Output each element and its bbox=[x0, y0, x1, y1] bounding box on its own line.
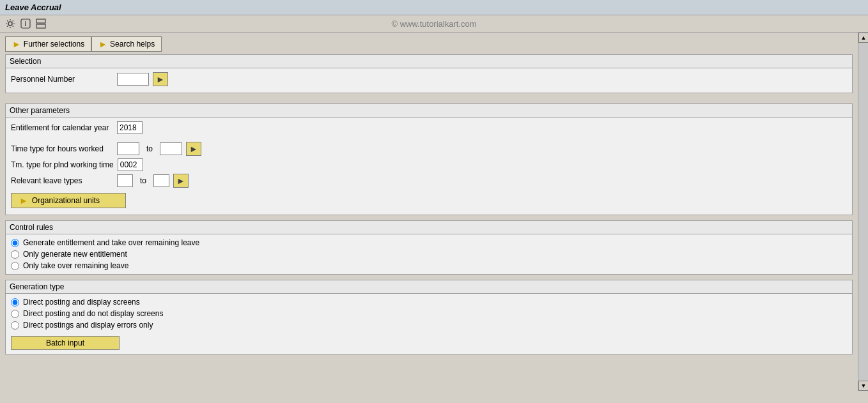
svg-text:i: i bbox=[25, 20, 27, 27]
time-type-hours-row: Time type for hours worked to ► bbox=[11, 142, 847, 156]
tab-bar: ► Further selections ► Search helps bbox=[5, 36, 853, 52]
personnel-number-label: Personnel Number bbox=[11, 75, 113, 84]
org-units-button[interactable]: ► Organizational units bbox=[11, 193, 126, 208]
control-rule-label-2: Only take over remaining leave bbox=[23, 261, 128, 270]
time-type-hours-from-input[interactable] bbox=[117, 142, 139, 155]
gen-type-option-0[interactable]: Direct posting and display screens bbox=[11, 298, 847, 307]
svg-rect-3 bbox=[36, 19, 45, 23]
control-rule-radio-0[interactable] bbox=[11, 239, 19, 247]
watermark: © www.tutorialkart.com bbox=[391, 19, 476, 29]
calendar-year-label: Entitlement for calendar year bbox=[11, 123, 113, 132]
title-bar: Leave Accrual bbox=[0, 0, 868, 15]
time-type-hours-select-btn[interactable]: ► bbox=[186, 142, 201, 156]
other-params-section: Other parameters Entitlement for calenda… bbox=[5, 103, 853, 215]
control-rule-radio-1[interactable] bbox=[11, 250, 19, 259]
other-params-body: Entitlement for calendar year Time type … bbox=[6, 118, 852, 215]
org-units-label: Organizational units bbox=[32, 196, 100, 205]
relevant-leave-to-label: to bbox=[137, 176, 150, 185]
selection-section-body: Personnel Number ► bbox=[6, 68, 852, 93]
personnel-number-input[interactable] bbox=[117, 73, 149, 86]
calendar-year-row: Entitlement for calendar year bbox=[11, 121, 847, 134]
scroll-down-btn[interactable]: ▼ bbox=[858, 381, 868, 391]
tab-label-further-selections: Further selections bbox=[24, 40, 84, 49]
generation-type-body: Direct posting and display screens Direc… bbox=[6, 294, 852, 354]
tab-arrow-icon-2: ► bbox=[98, 39, 107, 49]
generation-type-section: Generation type Direct posting and displ… bbox=[5, 280, 853, 354]
gen-type-label-1: Direct posting and do not display screen… bbox=[23, 309, 163, 318]
other-params-title: Other parameters bbox=[6, 104, 852, 118]
control-rule-label-0: Generate entitlement and take over remai… bbox=[23, 238, 199, 247]
personnel-number-select-btn[interactable]: ► bbox=[153, 72, 168, 86]
gen-type-label-0: Direct posting and display screens bbox=[23, 298, 140, 307]
time-type-hours-to-label: to bbox=[143, 144, 156, 153]
scroll-track[interactable] bbox=[858, 43, 868, 381]
calendar-year-input[interactable] bbox=[117, 121, 143, 134]
time-type-hours-label: Time type for hours worked bbox=[11, 144, 113, 153]
relevant-leave-select-btn[interactable]: ► bbox=[173, 174, 189, 188]
control-rule-option-0[interactable]: Generate entitlement and take over remai… bbox=[11, 238, 847, 247]
svg-rect-4 bbox=[36, 24, 45, 28]
scrollbar: ▲ ▼ bbox=[858, 33, 868, 391]
gen-type-radio-2[interactable] bbox=[11, 321, 19, 330]
control-rule-option-1[interactable]: Only generate new entitlement bbox=[11, 250, 847, 259]
personnel-number-row: Personnel Number ► bbox=[11, 72, 847, 86]
page-title: Leave Accrual bbox=[5, 3, 61, 12]
org-units-arrow-icon: ► bbox=[19, 195, 28, 206]
toolbar: i © www.tutorialkart.com bbox=[0, 15, 868, 33]
tab-further-selections[interactable]: ► Further selections bbox=[5, 36, 91, 52]
selection-section: Selection Personnel Number ► bbox=[5, 54, 853, 93]
relevant-leave-label: Relevant leave types bbox=[11, 176, 113, 185]
settings-icon[interactable] bbox=[4, 17, 17, 30]
generation-type-title: Generation type bbox=[6, 280, 852, 294]
gen-type-radio-0[interactable] bbox=[11, 298, 19, 307]
tab-arrow-icon: ► bbox=[12, 39, 21, 49]
tab-label-search-helps: Search helps bbox=[110, 40, 155, 49]
tm-type-plnd-label: Tm. type for plnd working time bbox=[11, 160, 114, 169]
layout-icon[interactable] bbox=[35, 17, 47, 30]
gen-type-option-2[interactable]: Direct postings and display errors only bbox=[11, 321, 847, 330]
tm-type-plnd-row: Tm. type for plnd working time bbox=[11, 158, 847, 171]
control-rules-title: Control rules bbox=[6, 221, 852, 234]
relevant-leave-from-input[interactable] bbox=[117, 174, 133, 187]
gen-type-label-2: Direct postings and display errors only bbox=[23, 321, 153, 330]
gen-type-radio-1[interactable] bbox=[11, 310, 19, 318]
tab-search-helps[interactable]: ► Search helps bbox=[91, 36, 162, 52]
control-rules-body: Generate entitlement and take over remai… bbox=[6, 234, 852, 274]
control-rule-radio-2[interactable] bbox=[11, 262, 19, 270]
relevant-leave-row: Relevant leave types to ► bbox=[11, 174, 847, 188]
control-rules-section: Control rules Generate entitlement and t… bbox=[5, 220, 853, 275]
control-rule-label-1: Only generate new entitlement bbox=[23, 250, 127, 259]
control-rule-option-2[interactable]: Only take over remaining leave bbox=[11, 261, 847, 270]
relevant-leave-to-input[interactable] bbox=[153, 174, 169, 187]
scroll-up-btn[interactable]: ▲ bbox=[858, 33, 868, 43]
content-area: ► Further selections ► Search helps Sele… bbox=[0, 33, 858, 391]
info-icon[interactable]: i bbox=[19, 17, 32, 30]
batch-input-button[interactable]: Batch input bbox=[11, 336, 120, 350]
selection-section-title: Selection bbox=[6, 55, 852, 68]
batch-input-label: Batch input bbox=[46, 338, 84, 347]
gen-type-option-1[interactable]: Direct posting and do not display screen… bbox=[11, 309, 847, 318]
time-type-hours-to-input[interactable] bbox=[160, 142, 182, 155]
tm-type-plnd-input[interactable] bbox=[118, 158, 143, 171]
svg-point-0 bbox=[8, 22, 12, 26]
